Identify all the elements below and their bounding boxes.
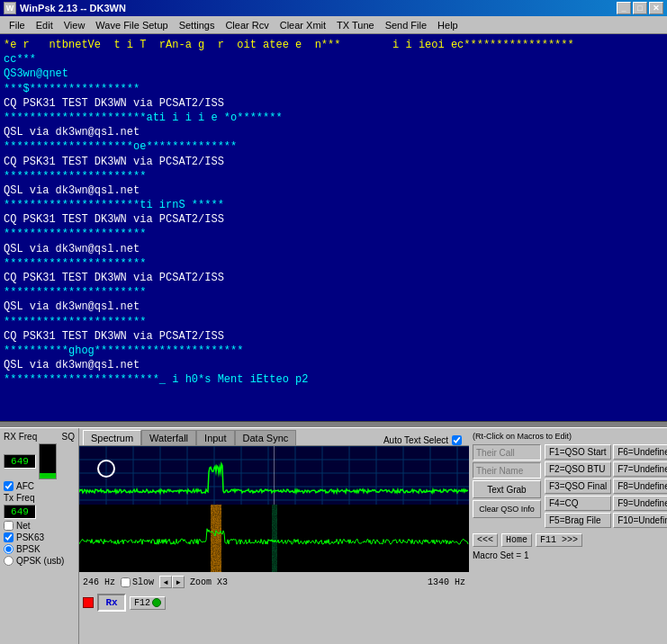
menu-send-file[interactable]: Send File bbox=[380, 16, 432, 33]
f5-button[interactable]: F5=Brag File bbox=[545, 513, 611, 528]
terminal-display: *e r ntbnetVe t i T rAn-a g r oit atee e… bbox=[0, 34, 667, 421]
f2-button[interactable]: F2=QSO BTU bbox=[545, 461, 611, 477]
tab-waterfall[interactable]: Waterfall bbox=[141, 430, 196, 445]
their-name-input[interactable] bbox=[473, 462, 541, 479]
f7-button[interactable]: F7=Undefined bbox=[613, 461, 667, 477]
scroll-left-button[interactable]: ◄ bbox=[159, 576, 172, 588]
slow-label: Slow bbox=[132, 577, 154, 587]
macro-prev-button[interactable]: <<< bbox=[473, 533, 498, 547]
macro-set-label: Macro Set = 1 bbox=[473, 550, 529, 560]
maximize-button[interactable]: □ bbox=[633, 2, 647, 14]
rx-freq-display[interactable]: 649 bbox=[4, 454, 36, 469]
menu-help[interactable]: Help bbox=[432, 16, 464, 33]
tx-rx-row: Rx F12 bbox=[79, 592, 469, 613]
spectrum-controls: 246 Hz Slow ◄ ► Zoom X3 1340 Hz bbox=[79, 572, 469, 592]
tab-input[interactable]: Input bbox=[196, 430, 234, 445]
psk63-checkbox[interactable] bbox=[4, 532, 14, 542]
tx-freq-display[interactable]: 649 bbox=[4, 505, 36, 519]
rx-freq-label: RX Freq bbox=[4, 432, 37, 442]
qpsk-radio[interactable] bbox=[4, 556, 14, 566]
zoom-label: Zoom X3 bbox=[190, 577, 228, 587]
sq-label: SQ bbox=[62, 432, 75, 442]
macro-note: (Rt-Click on Macros to Edit) bbox=[473, 432, 663, 441]
bpsk-radio[interactable] bbox=[4, 544, 14, 554]
tabs-row: Spectrum Waterfall Input Data Sync Auto … bbox=[79, 428, 469, 446]
clear-qso-button[interactable]: Clear QSO Info bbox=[473, 500, 541, 518]
auto-text-checkbox[interactable] bbox=[452, 435, 462, 445]
f3-button[interactable]: F3=QSO Final bbox=[545, 479, 611, 494]
menu-bar: File Edit View Wave File Setup Settings … bbox=[0, 16, 667, 34]
f12-indicator bbox=[152, 598, 161, 607]
menu-settings[interactable]: Settings bbox=[174, 16, 221, 33]
text-grab-button[interactable]: Text Grab bbox=[473, 480, 541, 498]
f6-button[interactable]: F6=Undefined bbox=[613, 444, 667, 460]
menu-file[interactable]: File bbox=[4, 16, 31, 33]
f8-button[interactable]: F8=Undefined bbox=[613, 479, 667, 494]
minimize-button[interactable]: _ bbox=[617, 2, 631, 14]
spectrum-panel: Spectrum Waterfall Input Data Sync Auto … bbox=[79, 428, 469, 644]
close-button[interactable]: ✕ bbox=[649, 2, 663, 14]
right-panel: (Rt-Click on Macros to Edit) Text Grab C… bbox=[469, 428, 667, 644]
bpsk-label: BPSK bbox=[16, 544, 41, 554]
frequency-marker bbox=[97, 460, 115, 478]
their-call-input[interactable] bbox=[473, 444, 541, 461]
psk63-label: PSK63 bbox=[16, 532, 44, 542]
f9-button[interactable]: F9=Undefined bbox=[613, 496, 667, 511]
net-label: Net bbox=[16, 521, 31, 531]
window-title: WinPsk 2.13 -- DK3WN bbox=[20, 3, 126, 13]
f1-button[interactable]: F1=QSO Start bbox=[545, 444, 611, 460]
menu-wave-file-setup[interactable]: Wave File Setup bbox=[90, 16, 173, 33]
app-icon[interactable]: W bbox=[4, 2, 16, 14]
menu-edit[interactable]: Edit bbox=[31, 16, 59, 33]
spectrum-display[interactable] bbox=[79, 446, 469, 505]
tx-freq-label: Tx Freq bbox=[4, 493, 75, 503]
tab-spectrum[interactable]: Spectrum bbox=[83, 430, 141, 445]
fn-buttons-grid: F1=QSO Start F6=Undefined F2=QSO BTU F7=… bbox=[545, 444, 667, 528]
afc-checkbox[interactable] bbox=[4, 481, 14, 491]
freq-high-label: 1340 Hz bbox=[428, 577, 465, 587]
f10-button[interactable]: F10=Undefined bbox=[613, 513, 667, 528]
f4-button[interactable]: F4=CQ bbox=[545, 496, 611, 511]
rx-button[interactable]: Rx bbox=[97, 594, 126, 612]
freq-low-label: 246 Hz bbox=[83, 577, 115, 587]
tx-indicator bbox=[83, 597, 94, 608]
spectrum-canvas bbox=[79, 446, 469, 505]
panel-divider bbox=[0, 421, 667, 428]
f12-button[interactable]: F12 bbox=[130, 596, 166, 610]
afc-label: AFC bbox=[16, 481, 34, 491]
qpsk-label: QPSK (usb) bbox=[16, 556, 64, 566]
waterfall-display[interactable] bbox=[79, 505, 469, 572]
macro-home-button[interactable]: Home bbox=[501, 533, 532, 547]
auto-text-label: Auto Text Select bbox=[383, 435, 448, 445]
left-control-panel: RX Freq SQ 649 AFC Tx Freq 649 Net PSK63… bbox=[0, 428, 79, 644]
menu-clear-rcv[interactable]: Clear Rcv bbox=[220, 16, 274, 33]
waterfall-canvas bbox=[79, 505, 469, 572]
net-checkbox[interactable] bbox=[4, 521, 14, 531]
menu-view[interactable]: View bbox=[59, 16, 91, 33]
tab-data-sync[interactable]: Data Sync bbox=[235, 430, 297, 445]
macro-next-button[interactable]: F11 >>> bbox=[536, 533, 582, 547]
bottom-panel: RX Freq SQ 649 AFC Tx Freq 649 Net PSK63… bbox=[0, 428, 667, 644]
scroll-right-button[interactable]: ► bbox=[172, 576, 185, 588]
slow-checkbox[interactable] bbox=[121, 577, 131, 587]
menu-tx-tune[interactable]: TX Tune bbox=[331, 16, 380, 33]
title-bar: W WinPsk 2.13 -- DK3WN _ □ ✕ bbox=[0, 0, 667, 16]
macro-nav-row: <<< Home F11 >>> bbox=[473, 533, 663, 547]
menu-clear-xmit[interactable]: Clear Xmit bbox=[275, 16, 331, 33]
